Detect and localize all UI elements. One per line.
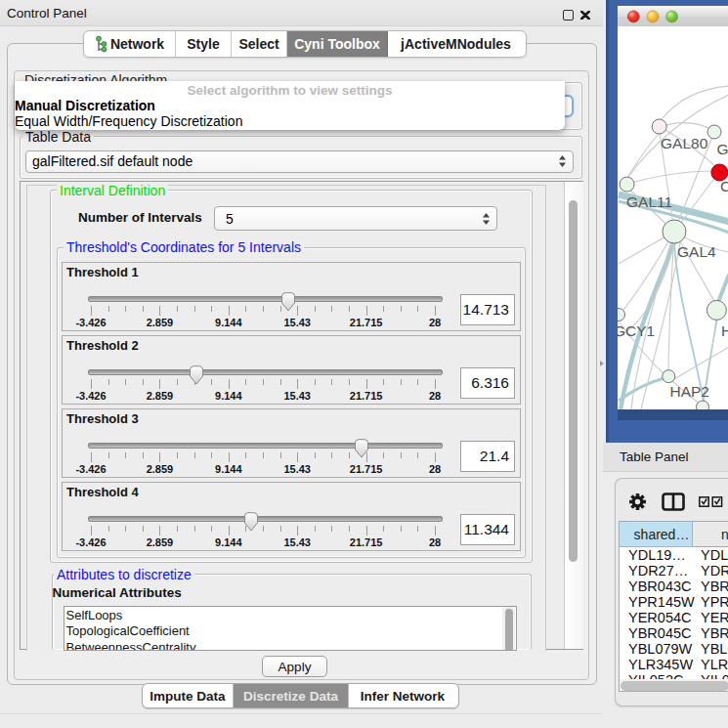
svg-text:HAP2: HAP2 xyxy=(670,383,710,400)
svg-text:GCY1: GCY1 xyxy=(614,322,655,339)
svg-text:G.: G. xyxy=(717,141,728,157)
svg-text:GAL11: GAL11 xyxy=(626,193,672,210)
svg-text:GAL4: GAL4 xyxy=(677,243,716,260)
svg-text:H: H xyxy=(721,322,728,339)
svg-text:C: C xyxy=(720,178,728,194)
svg-text:GAL80: GAL80 xyxy=(661,135,708,151)
